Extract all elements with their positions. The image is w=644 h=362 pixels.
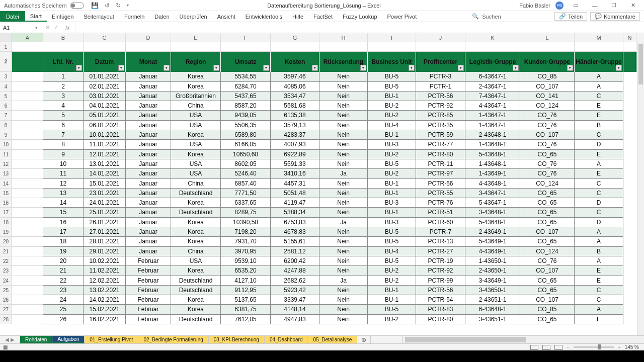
cell[interactable]: BU-1	[368, 130, 416, 140]
cell[interactable]: D	[575, 198, 623, 208]
cell[interactable]: D	[575, 218, 623, 227]
cell[interactable]: 7931,70	[221, 237, 271, 246]
cell[interactable]: CO_107	[520, 130, 575, 140]
row-header[interactable]: 2	[0, 52, 12, 72]
cell[interactable]: 7612,05	[221, 315, 271, 324]
row-header[interactable]: 22	[0, 256, 12, 266]
column-header[interactable]: C	[84, 33, 126, 42]
ribbon-tab-seitenlayout[interactable]: Seitenlayout	[78, 11, 119, 22]
cell[interactable]: BU-2	[368, 169, 416, 178]
cell[interactable]: PCTR-80	[416, 315, 465, 324]
cell[interactable]: 4-43649-1	[465, 247, 520, 256]
cell[interactable]: BU-2	[368, 101, 416, 111]
cell[interactable]: BU-5	[368, 305, 416, 314]
cell[interactable]: 5246,40	[221, 169, 271, 178]
cell[interactable]	[623, 42, 636, 52]
cell[interactable]: Korea	[171, 82, 221, 92]
cell[interactable]: 12.02.2021	[84, 276, 126, 286]
cell[interactable]: CO_65	[520, 286, 575, 295]
cell[interactable]: Deutschland	[171, 276, 221, 286]
cell[interactable]	[12, 42, 43, 52]
row-header[interactable]: 14	[0, 179, 12, 189]
filter-button[interactable]: ▾	[263, 65, 269, 71]
cell[interactable]: 5-43649-1	[465, 237, 520, 246]
filter-button[interactable]: ▾	[567, 65, 573, 71]
cell[interactable]: C	[575, 208, 623, 217]
cell[interactable]: 02.01.2021	[84, 82, 126, 92]
cell[interactable]: Nein	[319, 159, 368, 169]
cell[interactable]: China	[171, 247, 221, 256]
cell[interactable]: 29.01.2021	[84, 247, 126, 256]
cell[interactable]: 4457,31	[271, 179, 319, 189]
cell[interactable]: 14.01.2021	[84, 169, 126, 178]
cell[interactable]: BU-5	[368, 82, 416, 92]
cell[interactable]: PCTR-19	[416, 256, 465, 266]
cell[interactable]: Nein	[319, 227, 368, 237]
filter-button[interactable]: ▾	[409, 65, 415, 71]
cell[interactable]: 4-43647-1	[465, 101, 520, 111]
cell[interactable]	[221, 42, 271, 52]
cell[interactable]: USA	[171, 256, 221, 266]
sheet-tab[interactable]: 02_Bedingte Formatierung	[138, 336, 208, 343]
cell[interactable]: 4	[43, 101, 84, 111]
cell[interactable]	[171, 42, 221, 52]
table-header[interactable]: Monat▾	[126, 52, 171, 72]
cell[interactable]: Nein	[319, 247, 368, 256]
cell[interactable]: CO_85	[520, 72, 575, 81]
cell[interactable]: PCTR-56	[416, 286, 465, 295]
cell[interactable]	[520, 42, 575, 52]
cell[interactable]: 8602,05	[221, 159, 271, 169]
cell[interactable]: Korea	[171, 305, 221, 314]
column-header[interactable]: H	[319, 33, 368, 42]
cell[interactable]: CO_124	[520, 101, 575, 111]
cell[interactable]: 6922,89	[271, 150, 319, 159]
cell[interactable]: C	[575, 92, 623, 101]
cell[interactable]: CO_65	[520, 189, 575, 198]
ribbon-tab-überprüfen[interactable]: Überprüfen	[175, 11, 212, 22]
cell[interactable]: E	[575, 276, 623, 286]
cell[interactable]: E	[575, 150, 623, 159]
cell[interactable]: B	[575, 121, 623, 130]
row-header[interactable]: 27	[0, 305, 12, 314]
save-icon[interactable]: 💾	[91, 2, 99, 9]
row-header[interactable]: 12	[0, 159, 12, 169]
row-header[interactable]: 21	[0, 247, 12, 256]
cell[interactable]: Großbritannien	[171, 92, 221, 101]
cell[interactable]: 5051,48	[271, 189, 319, 198]
cell[interactable]: BU-2	[368, 276, 416, 286]
cell[interactable]	[465, 42, 520, 52]
cell[interactable]: 11.01.2021	[84, 140, 126, 149]
cell[interactable]: A	[575, 227, 623, 237]
cell[interactable]: 2-43650-1	[465, 266, 520, 276]
cell[interactable]: 2-43651-1	[465, 295, 520, 305]
cell[interactable]: Korea	[171, 150, 221, 159]
cell[interactable]: C	[575, 286, 623, 295]
cell[interactable]: Nein	[319, 140, 368, 149]
cell[interactable]: Januar	[126, 227, 171, 237]
row-header[interactable]: 24	[0, 276, 12, 286]
cell[interactable]: C	[575, 295, 623, 305]
cell[interactable]: Januar	[126, 237, 171, 246]
cell[interactable]: USA	[171, 169, 221, 178]
cell[interactable]: 7198,20	[221, 227, 271, 237]
filter-button[interactable]: ▾	[213, 65, 219, 71]
cell[interactable]: PCTR-35	[416, 121, 465, 130]
comments-button[interactable]: 💬Kommentare	[590, 12, 640, 21]
table-header[interactable]: Rücksendung▾	[319, 52, 368, 72]
row-header[interactable]: 25	[0, 286, 12, 295]
cell[interactable]: 6753,83	[271, 218, 319, 227]
cell[interactable]: 6	[43, 121, 84, 130]
cell[interactable]: 1	[43, 72, 84, 81]
row-header[interactable]: 6	[0, 101, 12, 111]
cell[interactable]: 2-43648-1	[465, 130, 520, 140]
cell[interactable]: Januar	[126, 130, 171, 140]
cell[interactable]: PCTR-1	[416, 82, 465, 92]
ribbon-tab-fuzzy lookup[interactable]: Fuzzy Lookup	[338, 11, 382, 22]
maximize-button[interactable]: ☐	[607, 2, 621, 9]
search-label[interactable]: Suchen	[482, 14, 501, 20]
cell[interactable]: Deutschland	[171, 189, 221, 198]
cell[interactable]: B	[575, 247, 623, 256]
cell[interactable]: Nein	[319, 101, 368, 111]
cell[interactable]: 11	[43, 169, 84, 178]
cell[interactable]: 1-43650-1	[465, 256, 520, 266]
